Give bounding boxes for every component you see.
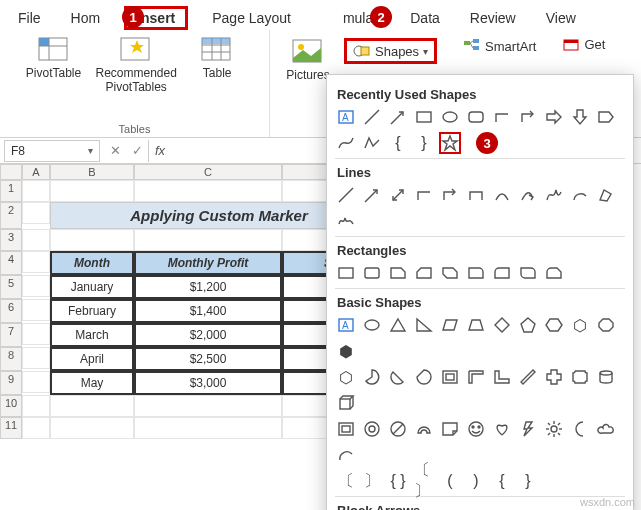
th-profit[interactable]: Monthly Profit [134, 251, 282, 275]
select-all-corner[interactable] [0, 164, 22, 180]
cell-profit[interactable]: $1,400 [134, 299, 282, 323]
shape-bevel-icon[interactable] [335, 418, 357, 440]
tab-pagelayout[interactable]: Page Layout [206, 6, 297, 30]
shape-donut-icon[interactable] [361, 418, 383, 440]
shape-diag-stripe-icon[interactable] [517, 366, 539, 388]
col-A[interactable]: A [22, 164, 50, 180]
row-9[interactable]: 9 [0, 371, 22, 395]
shape-half-frame-icon[interactable] [465, 366, 487, 388]
shape-noentry-icon[interactable] [387, 418, 409, 440]
shape-elbow-double-icon[interactable] [465, 184, 487, 206]
shape-snip1-icon[interactable] [387, 262, 409, 284]
cell[interactable] [22, 371, 50, 393]
row-8[interactable]: 8 [0, 347, 22, 371]
shape-oval-icon[interactable] [439, 106, 461, 128]
cell[interactable] [22, 299, 50, 321]
row-10[interactable]: 10 [0, 395, 22, 417]
shape-diamond-icon[interactable] [491, 314, 513, 336]
shape-heptagon-icon[interactable]: ⬡ [569, 314, 591, 336]
row-11[interactable]: 11 [0, 417, 22, 439]
shape-arrow-down-icon[interactable] [569, 106, 591, 128]
cell[interactable] [22, 229, 50, 251]
get-addins-button[interactable]: Get [562, 36, 605, 52]
cell[interactable] [22, 251, 50, 273]
shape-parallelogram-icon[interactable] [439, 314, 461, 336]
shape-round-diag-icon[interactable] [517, 262, 539, 284]
shape-roundrect-icon[interactable] [465, 106, 487, 128]
shape-bracket-pair-icon[interactable]: 〔 〕 [413, 470, 435, 492]
shape-octagon-icon[interactable] [595, 314, 617, 336]
cell[interactable] [134, 417, 282, 439]
tab-data[interactable]: Data [404, 6, 446, 30]
cell[interactable] [22, 180, 50, 202]
shape-brace-left-icon[interactable]: { [387, 132, 409, 154]
cell[interactable] [22, 202, 50, 224]
shape-line-arrow-icon[interactable] [387, 106, 409, 128]
shape-bracket-right-icon[interactable]: 〕 [361, 470, 383, 492]
row-4[interactable]: 4 [0, 251, 22, 275]
recommended-pivot-button[interactable]: Recommended PivotTables [89, 34, 183, 97]
shape-connector-elbow-arrow-icon[interactable] [517, 106, 539, 128]
shape-roundrect-icon[interactable] [361, 262, 383, 284]
shape-curve-icon[interactable] [335, 132, 357, 154]
shape-can-icon[interactable] [595, 366, 617, 388]
cell-month[interactable]: May [50, 371, 134, 395]
shape-curve-connector-icon[interactable] [491, 184, 513, 206]
shape-smiley-icon[interactable] [465, 418, 487, 440]
cell-month[interactable]: April [50, 347, 134, 371]
shape-connector-elbow-icon[interactable] [491, 106, 513, 128]
shape-brace-left2-icon[interactable]: { [491, 470, 513, 492]
shape-hexagon-icon[interactable] [543, 314, 565, 336]
cell[interactable] [134, 229, 282, 251]
cell[interactable] [50, 395, 134, 417]
shape-moon-icon[interactable] [569, 418, 591, 440]
shape-plaque-icon[interactable] [569, 366, 591, 388]
shape-freeform2-icon[interactable] [595, 184, 617, 206]
shape-teardrop-icon[interactable] [413, 366, 435, 388]
shape-cross-icon[interactable] [543, 366, 565, 388]
shape-right-triangle-icon[interactable] [413, 314, 435, 336]
shape-arc2-icon[interactable] [335, 444, 357, 466]
shape-line-icon[interactable] [335, 184, 357, 206]
shapes-dropdown-button[interactable]: Shapes ▾ [344, 38, 437, 64]
shape-rect-icon[interactable] [413, 106, 435, 128]
shape-pentagon-icon[interactable] [517, 314, 539, 336]
row-2[interactable]: 2 [0, 202, 22, 229]
shape-heart-icon[interactable] [491, 418, 513, 440]
shape-line-icon[interactable] [361, 106, 383, 128]
shape-paren-left-icon[interactable]: ( [439, 470, 461, 492]
pivottable-button[interactable]: PivotTable [22, 34, 85, 82]
shape-lightning-icon[interactable] [517, 418, 539, 440]
shape-dodecagon-icon[interactable]: ⬡ [335, 366, 357, 388]
cell[interactable] [50, 417, 134, 439]
tab-view[interactable]: View [540, 6, 582, 30]
shape-textbox-icon[interactable]: A [335, 314, 357, 336]
row-6[interactable]: 6 [0, 299, 22, 323]
shape-arrow-right-icon[interactable] [543, 106, 565, 128]
row-1[interactable]: 1 [0, 180, 22, 202]
shape-lshape-icon[interactable] [491, 366, 513, 388]
shape-brace-pair-icon[interactable]: { } [387, 470, 409, 492]
shape-oval-icon[interactable] [361, 314, 383, 336]
cell[interactable] [22, 347, 50, 369]
shape-cube-icon[interactable] [335, 392, 357, 414]
cell-profit[interactable]: $1,200 [134, 275, 282, 299]
cell[interactable] [134, 395, 282, 417]
shape-sun-icon[interactable] [543, 418, 565, 440]
shape-trapezoid-icon[interactable] [465, 314, 487, 336]
cell[interactable] [22, 417, 50, 439]
th-month[interactable]: Month [50, 251, 134, 275]
col-B[interactable]: B [50, 164, 134, 180]
cell[interactable] [22, 395, 50, 417]
shape-star-icon[interactable] [439, 132, 461, 154]
tab-home[interactable]: Hom [65, 6, 107, 30]
shape-line-double-arrow-icon[interactable] [387, 184, 409, 206]
shape-paren-right-icon[interactable]: ) [465, 470, 487, 492]
shape-folded-corner-icon[interactable] [439, 418, 461, 440]
cell[interactable] [50, 180, 134, 202]
cell[interactable] [134, 180, 282, 202]
shape-triangle-icon[interactable] [387, 314, 409, 336]
row-7[interactable]: 7 [0, 323, 22, 347]
shape-elbow-icon[interactable] [413, 184, 435, 206]
shape-textbox-icon[interactable]: A [335, 106, 357, 128]
